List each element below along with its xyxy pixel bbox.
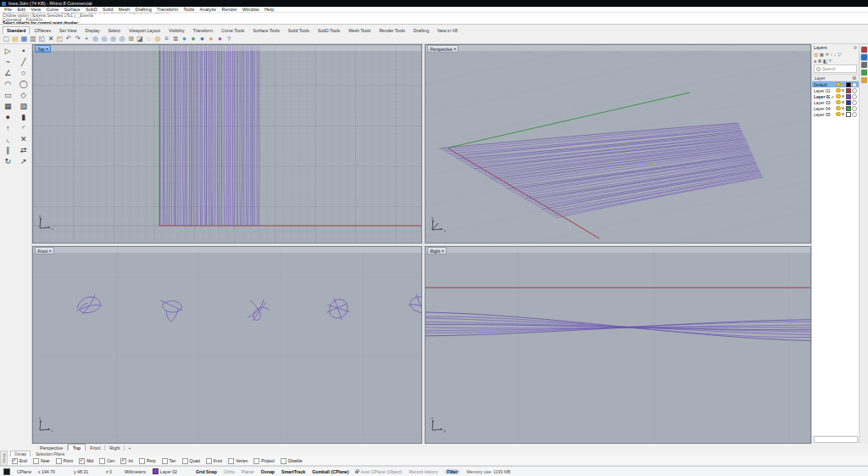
new-sublayer[interactable]: ▣ <box>820 52 824 57</box>
new-layer[interactable]: ▤ <box>814 52 818 57</box>
toolbar-tab[interactable]: CPlanes <box>30 26 55 34</box>
surface[interactable]: ▦ <box>0 101 16 112</box>
move-up[interactable]: ↑ <box>831 52 833 57</box>
material-editor[interactable]: ● <box>216 35 224 43</box>
layer-row[interactable]: Layer 01 <box>812 87 859 93</box>
detail-view[interactable]: ≣ <box>818 59 822 64</box>
osnap-side-tab[interactable]: Osnap <box>0 451 8 466</box>
checkbox[interactable] <box>99 458 105 464</box>
osnap-option[interactable]: Point <box>56 458 73 464</box>
chevron-down-icon[interactable]: ▾ <box>454 47 456 51</box>
visibility-bulb-icon[interactable] <box>836 112 841 117</box>
osnap-option[interactable]: Tan <box>162 458 176 464</box>
toolbar-tab[interactable]: Surface Tools <box>248 26 283 34</box>
menu-item[interactable]: Curve <box>43 7 61 12</box>
osnap-option[interactable]: Vertex <box>228 458 248 464</box>
status-toggle[interactable]: SmartTrack <box>281 469 305 474</box>
checkbox[interactable] <box>33 458 39 464</box>
menu-item[interactable]: Tools <box>181 7 197 12</box>
redo[interactable]: ↷ <box>74 35 81 43</box>
toolbar-tab[interactable]: SubD Tools <box>314 26 344 34</box>
status-toggle[interactable]: Gumball (CPlane) <box>312 469 348 474</box>
new-file[interactable]: ▢ <box>3 35 10 43</box>
front-viewport-canvas[interactable]: xz <box>33 247 421 443</box>
osnap-tab[interactable]: Osnap <box>10 451 31 456</box>
perspective-viewport-canvas[interactable]: xy <box>426 45 810 243</box>
materials-tab[interactable] <box>861 77 867 83</box>
lock-icon[interactable] <box>842 107 844 109</box>
menu-item[interactable]: Window <box>240 7 262 12</box>
zoom-extents[interactable]: ◎ <box>109 35 117 43</box>
menu-item[interactable]: Help <box>262 7 277 12</box>
gear-icon[interactable]: ⚙ <box>854 45 857 50</box>
material-icon[interactable] <box>852 82 857 87</box>
top-viewport-canvas[interactable]: xy <box>33 45 421 243</box>
toolbar-tab[interactable]: Render Tools <box>375 26 409 34</box>
viewport-perspective[interactable]: xy Perspective ▾ <box>425 44 811 244</box>
lock-icon[interactable] <box>842 101 844 104</box>
filter-layers[interactable]: ▽ <box>837 52 841 57</box>
rendering-tab[interactable] <box>861 70 867 76</box>
undo[interactable]: ↶ <box>65 35 73 43</box>
named-views[interactable]: ⊞ <box>127 35 135 43</box>
circle[interactable]: ○ <box>16 68 32 79</box>
osnap-option[interactable]: Cen <box>99 458 114 464</box>
status-toggle[interactable]: Ortho <box>224 469 235 474</box>
copy[interactable]: ◱ <box>38 35 46 43</box>
osnap-option[interactable]: ✓ Mid <box>79 458 93 464</box>
help[interactable]: ? <box>225 35 233 43</box>
visibility-bulb-icon[interactable] <box>836 88 841 93</box>
viewport-title-top[interactable]: Top ▾ <box>35 45 51 53</box>
chevron-down-icon[interactable]: ▾ <box>49 249 51 253</box>
extrude[interactable]: ↑ <box>0 123 16 134</box>
zoom-dynamic[interactable]: ◎ <box>92 35 99 43</box>
lock-icon[interactable] <box>842 113 844 115</box>
material-icon[interactable] <box>852 94 857 99</box>
visibility-bulb-icon[interactable] <box>836 82 841 87</box>
checkbox[interactable] <box>253 458 259 464</box>
status-toggle[interactable]: Auto CPlane (Object) <box>355 469 402 474</box>
chevron-down-icon[interactable]: ▾ <box>47 47 48 51</box>
display-color-icon[interactable] <box>3 468 10 475</box>
menu-item[interactable]: Solid <box>100 7 116 12</box>
layer-row[interactable]: Layer 02 ✓ <box>812 93 859 99</box>
checkbox[interactable] <box>281 458 287 464</box>
panel-options[interactable]: ◧ <box>823 59 827 64</box>
delete-layer[interactable]: ✕ <box>825 52 829 57</box>
viewport-title-perspective[interactable]: Perspective ▾ <box>427 45 459 53</box>
toolbar-tab[interactable]: Display <box>81 26 103 34</box>
object-properties[interactable]: ≣ <box>172 35 180 43</box>
menu-item[interactable]: SubD <box>83 7 100 12</box>
toolbar-tab[interactable]: Solid Tools <box>284 26 314 34</box>
box[interactable]: ▧ <box>16 101 32 112</box>
paste[interactable]: ◰ <box>56 35 64 43</box>
lock-icon[interactable] <box>842 89 844 92</box>
osnap-option[interactable]: Quad <box>182 458 200 464</box>
arc[interactable]: ◠ <box>0 79 16 90</box>
fillet[interactable]: ◜ <box>16 123 32 134</box>
menu-item[interactable]: Transform <box>154 7 181 12</box>
material-icon[interactable] <box>852 88 857 93</box>
menu-item[interactable]: Surface <box>61 7 82 12</box>
chevron-down-icon[interactable]: ▾ <box>442 249 443 253</box>
material-icon[interactable] <box>852 106 857 111</box>
chamfer[interactable]: ◟ <box>0 134 16 145</box>
layers-search-input[interactable]: Search <box>814 64 857 73</box>
move-down[interactable]: ↓ <box>834 52 837 57</box>
menu-item[interactable]: File <box>2 7 14 12</box>
help[interactable]: ? <box>829 59 832 64</box>
toolbar-tab[interactable]: Curve Tools <box>217 26 248 34</box>
viewport-title-front[interactable]: Front ▾ <box>35 247 54 255</box>
curve[interactable]: ~ <box>0 57 16 68</box>
split[interactable]: ∥ <box>0 145 16 156</box>
material-icon[interactable] <box>852 100 857 105</box>
layers-column-header[interactable]: Layer M <box>812 74 859 81</box>
point[interactable]: • <box>16 46 32 57</box>
viewport-front[interactable]: xz Front ▾ <box>32 246 422 444</box>
visibility-bulb-icon[interactable] <box>836 94 841 99</box>
cylinder[interactable]: ▮ <box>16 112 32 123</box>
list-view[interactable]: ≡ <box>814 59 816 64</box>
osnap-option[interactable]: Project <box>253 458 275 464</box>
sun-settings[interactable]: ● <box>208 35 215 43</box>
toolbar-tab[interactable]: Select <box>104 26 125 34</box>
